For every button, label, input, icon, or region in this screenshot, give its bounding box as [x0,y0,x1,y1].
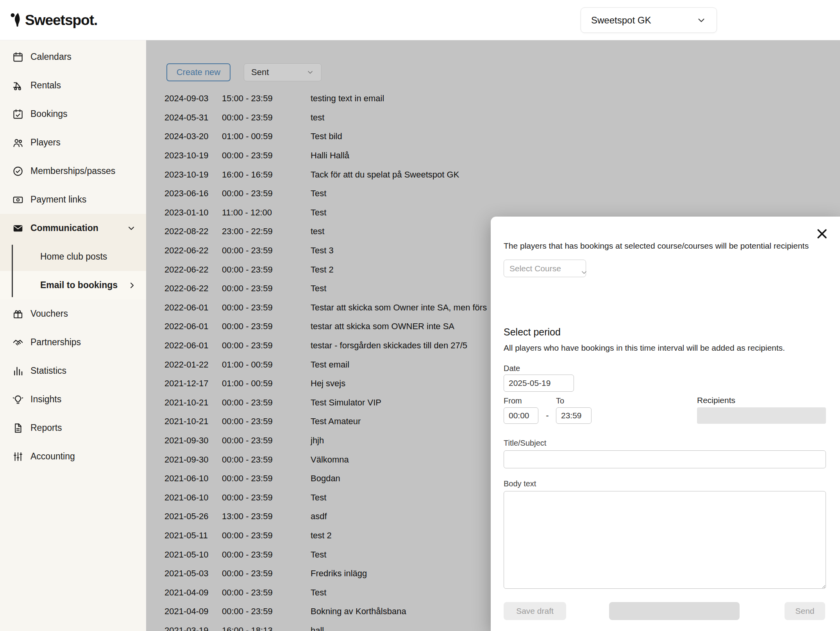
email-row[interactable]: 2023-06-16 00:00 - 23:59 Test [146,184,840,203]
sidebar-item-accounting[interactable]: Accounting [0,442,146,471]
email-time: 00:00 - 23:59 [222,113,311,123]
email-time: 00:00 - 23:59 [222,436,311,446]
email-date: 2021-06-10 [164,493,222,503]
email-row[interactable]: 2024-09-03 15:00 - 23:59 testing text in… [146,89,840,108]
date-input[interactable] [504,375,574,392]
select-period-title: Select period [504,326,561,338]
insights-icon [12,393,24,406]
memberships-icon [12,165,24,177]
brand-logo: Sweetspot. [10,0,97,40]
body-text-label: Body text [504,479,536,488]
email-date: 2021-05-26 [164,511,222,522]
email-time: 01:00 - 00:59 [222,131,311,142]
recipients-intro-text: The players that has bookings at selecte… [504,241,821,251]
sidebar-subitem-label: Home club posts [40,251,107,262]
email-date: 2022-06-22 [164,246,222,256]
sweetspot-logo-icon [10,13,20,28]
email-time: 00:00 - 23:59 [222,416,311,427]
sidebar-item-calendars[interactable]: Calendars [0,43,146,71]
email-date: 2024-03-20 [164,131,222,142]
close-icon[interactable] [814,226,830,242]
club-selector-dropdown[interactable]: Sweetspot GK [581,7,717,33]
send-button[interactable]: Send [785,602,825,620]
email-row[interactable]: 2024-05-31 00:00 - 23:59 test [146,108,840,127]
email-time: 00:00 - 23:59 [222,283,311,294]
sidebar-item-label: Payment links [30,194,86,205]
sidebar-item-bookings[interactable]: Bookings [0,100,146,128]
email-time: 00:00 - 23:59 [222,321,311,332]
status-filter-value: Sent [251,67,269,77]
sidebar-item-players[interactable]: Players [0,128,146,157]
to-time-input[interactable] [556,407,592,424]
email-row[interactable]: 2023-10-19 16:00 - 16:59 Tack för att du… [146,165,840,184]
chevron-right-icon [127,281,137,290]
email-row[interactable]: 2023-10-19 00:00 - 23:59 Halli Hallå [146,146,840,165]
sidebar-item-rentals[interactable]: Rentals [0,71,146,100]
sidebar-item-label: Memberships/passes [30,166,115,176]
time-range-separator: - [542,407,553,424]
select-course-dropdown[interactable]: Select Course [504,260,586,277]
from-time-input[interactable] [504,407,538,424]
email-subject: Halli Hallå [311,151,840,161]
email-subject: test [311,113,840,123]
status-filter-dropdown[interactable]: Sent [244,63,322,81]
email-date: 2021-03-19 [164,626,222,631]
sidebar: Calendars Rentals Bookings Players Membe [0,40,146,631]
email-date: 2022-01-22 [164,360,222,370]
email-time: 16:00 - 18:13 [222,626,311,631]
sidebar-item-label: Players [30,137,61,148]
sidebar-item-label: Accounting [30,451,75,462]
disabled-action-placeholder [609,602,740,620]
sidebar-item-label: Bookings [30,109,68,119]
recipients-field[interactable] [697,407,826,424]
email-time: 00:00 - 23:59 [222,398,311,408]
sidebar-item-label: Rentals [30,80,61,91]
date-label: Date [504,364,520,373]
sidebar-item-reports[interactable]: Reports [0,414,146,442]
sidebar-item-label: Communication [30,223,98,233]
payment-links-icon [12,194,24,206]
sidebar-item-label: Insights [30,394,61,405]
sidebar-subitem-email-to-bookings[interactable]: Email to bookings [0,271,146,299]
communication-group: Communication Home club posts Email to b… [0,214,146,299]
select-course-placeholder: Select Course [509,264,561,273]
bookings-icon [12,108,24,120]
email-time: 00:00 - 23:59 [222,246,311,256]
sidebar-subitem-home-club-posts[interactable]: Home club posts [0,242,146,271]
email-time: 01:00 - 00:59 [222,360,311,370]
sidebar-item-payment-links[interactable]: Payment links [0,185,146,214]
email-date: 2022-08-22 [164,226,222,237]
email-date: 2022-06-01 [164,321,222,332]
email-date: 2021-04-09 [164,588,222,598]
reports-icon [12,422,24,434]
email-time: 00:00 - 23:59 [222,303,311,313]
email-time: 15:00 - 23:59 [222,93,311,104]
title-subject-input[interactable] [504,450,826,468]
sidebar-item-memberships[interactable]: Memberships/passes [0,157,146,185]
sidebar-subitem-label: Email to bookings [40,280,118,290]
calendars-icon [12,51,24,63]
email-date: 2022-06-22 [164,265,222,275]
email-time: 00:00 - 23:59 [222,455,311,465]
brand-name: Sweetspot. [25,12,97,29]
sidebar-item-insights[interactable]: Insights [0,385,146,414]
rentals-icon [12,79,24,92]
to-label: To [556,396,564,405]
sidebar-item-partnerships[interactable]: Partnerships [0,328,146,357]
from-label: From [504,396,522,405]
sidebar-item-vouchers[interactable]: Vouchers [0,299,146,328]
recipients-label: Recipients [697,396,735,405]
email-time: 16:00 - 16:59 [222,170,311,180]
email-row[interactable]: 2024-03-20 01:00 - 00:59 Test bild [146,127,840,146]
body-text-textarea[interactable] [504,491,826,589]
statistics-icon [12,365,24,377]
email-date: 2021-05-03 [164,568,222,579]
sidebar-item-statistics[interactable]: Statistics [0,357,146,385]
select-period-description: All players who have bookings in this ti… [504,343,816,353]
email-subject: Test bild [311,131,840,142]
save-draft-button[interactable]: Save draft [504,602,566,620]
create-new-button[interactable]: Create new [166,63,231,81]
email-date: 2021-05-10 [164,550,222,560]
sidebar-item-communication[interactable]: Communication [0,214,146,242]
communication-icon [12,222,24,235]
